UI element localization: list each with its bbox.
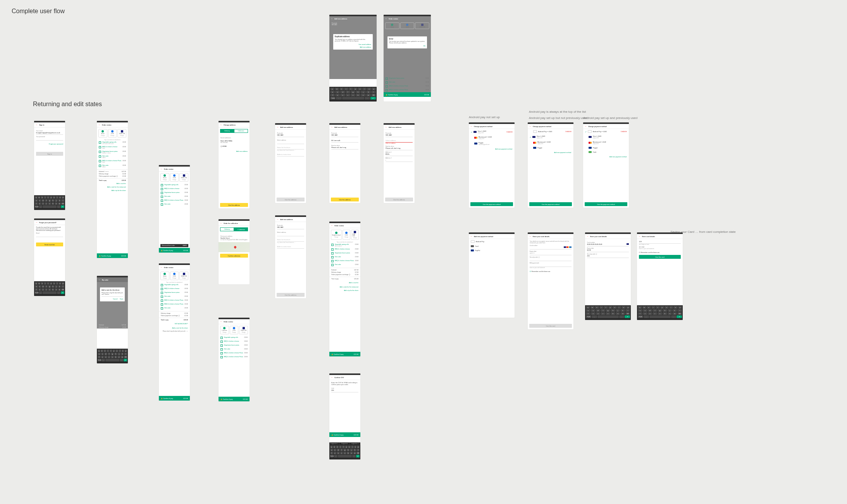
pm-ap[interactable]: Android Pay bbox=[469, 239, 515, 244]
use-pm-button[interactable]: Use this payment method bbox=[529, 202, 572, 206]
note-input[interactable]: Notes for the driver bbox=[277, 146, 304, 150]
use-address-button[interactable]: Use this address bbox=[331, 198, 359, 201]
cart-item[interactable]: 1Diet coke330ml£3.50 bbox=[97, 164, 128, 169]
use-pm-button[interactable]: Use this payment method bbox=[585, 202, 627, 206]
tab-delivery[interactable]: Delivery bbox=[220, 227, 234, 231]
email-input[interactable]: hungryhungry@hungryhouse.co.uk bbox=[36, 132, 63, 135]
pill-payment[interactable]: VISA 1234Change bbox=[351, 230, 359, 240]
note-input[interactable]: Please call, don't ring. bbox=[331, 146, 358, 150]
radio-home[interactable]: ⓘ HOME bbox=[220, 146, 248, 147]
delivery-toggle[interactable]: Delivery ✓ Collection bbox=[219, 226, 250, 233]
forgot-link[interactable]: Forgot your password bbox=[49, 143, 63, 145]
pill-address[interactable]: NeighbourhoodChange bbox=[331, 230, 342, 240]
cvv-input[interactable]: 299 bbox=[587, 255, 629, 258]
back-icon[interactable]: ← bbox=[220, 320, 222, 323]
keyboard[interactable]: qwertyuiop asdfghjkl ⇧zxcvbnm⌫ ?123, .↵ bbox=[329, 87, 377, 101]
pill-address[interactable]: HomeChange bbox=[98, 129, 107, 138]
ok-button[interactable]: OK bbox=[424, 45, 426, 47]
exp-input[interactable]: 02/20 bbox=[587, 249, 629, 252]
kb-row3[interactable]: ⇧zxcvbnm⌫ bbox=[35, 202, 64, 205]
map[interactable] bbox=[219, 242, 250, 252]
back-icon[interactable]: ← bbox=[331, 224, 333, 227]
back-icon[interactable]: ← bbox=[36, 124, 38, 126]
pc-input[interactable]: SE5 8AD bbox=[331, 134, 358, 137]
pm-mc[interactable]: Mastercard •• 4140expiry 4/20 bbox=[583, 140, 629, 146]
add-address-link[interactable]: Add new address bbox=[236, 151, 248, 152]
back-icon[interactable]: ← bbox=[220, 222, 222, 224]
tab-delivery[interactable]: Delivery bbox=[220, 129, 234, 133]
pill-collection[interactable]: CollectionChange bbox=[220, 326, 229, 334]
pm-ap[interactable]: Android Pay •• 4140CHANGE bbox=[528, 129, 573, 134]
exp-input[interactable]: MM/YY bbox=[530, 252, 572, 255]
back-icon[interactable]: ← bbox=[585, 125, 587, 127]
cart-item[interactable]: 1BBQ & chicken cheesePlain£3.50 bbox=[97, 145, 128, 150]
pm-mc[interactable]: Mastercard •• 4140expiry 4/20 bbox=[469, 135, 515, 141]
back-icon[interactable]: ← bbox=[220, 124, 222, 126]
send-reset-button[interactable]: Send reset link bbox=[36, 243, 63, 246]
pill-time[interactable]: 19:45Change bbox=[170, 272, 179, 280]
signin-button[interactable]: Sign in bbox=[36, 152, 63, 156]
note-link[interactable]: Add a note for the restaurant bbox=[107, 186, 126, 188]
email-input[interactable] bbox=[36, 234, 63, 237]
pc-input[interactable] bbox=[530, 264, 572, 267]
checkbox-icon[interactable]: ☑ bbox=[530, 271, 531, 272]
pill-payment[interactable]: VISA 1234Change bbox=[179, 272, 188, 280]
back-icon[interactable]: ← bbox=[470, 235, 473, 237]
pill-payment[interactable]: VISA 1234Change bbox=[179, 173, 188, 182]
pm-visa[interactable]: ✓Visa •• 4140expiry 2/18CHANGE bbox=[469, 129, 515, 135]
pill-time[interactable]: 19:45Change bbox=[170, 173, 179, 182]
keyboard[interactable]: qwertyuiop asdfghjkl ⇧zxcvbnm⌫ ?123, .↵ bbox=[97, 349, 128, 363]
back-icon[interactable]: ← bbox=[98, 124, 101, 126]
pm-card[interactable]: Card bbox=[469, 244, 515, 248]
pm-paypal[interactable]: Paypal bbox=[528, 146, 573, 150]
add-pm-link[interactable]: Add new payment method bbox=[495, 148, 512, 150]
keyboard[interactable]: qwertyuiop asdfghjkl ⇧zxcvbnm⌫ ?123, .↵ bbox=[34, 281, 65, 296]
pill-payment[interactable]: VISA 1234Change bbox=[117, 129, 126, 138]
back-icon[interactable]: ← bbox=[385, 17, 387, 20]
kb-row4[interactable]: ?123, .↵ bbox=[35, 205, 64, 208]
back-icon[interactable]: ← bbox=[385, 126, 387, 128]
instr-input[interactable]: Address instructions bbox=[277, 153, 304, 157]
confirm-bar[interactable]: 🔒 Confirm & pay£22.50 bbox=[219, 397, 250, 401]
addr-select[interactable]: 34 Lime walk bbox=[331, 139, 358, 143]
back-icon[interactable]: ← bbox=[277, 126, 279, 128]
back-icon[interactable]: ← bbox=[529, 235, 532, 237]
confirm-bar[interactable]: 🔒 Confirm & pay£22.50 bbox=[329, 352, 360, 356]
confirm-bar[interactable]: 🔒 Confirm & pay£22.50 bbox=[329, 432, 360, 437]
back-icon[interactable]: ← bbox=[331, 376, 333, 378]
pm-paypal[interactable]: Paypalmyname@gmail.com bbox=[469, 141, 515, 146]
back-icon[interactable]: ← bbox=[98, 279, 101, 281]
kb-row1[interactable]: qwertyuiop bbox=[35, 196, 64, 199]
use-saved-link[interactable]: Use saved address bbox=[358, 44, 371, 45]
kb-row2[interactable]: asdfghjkl bbox=[35, 199, 64, 202]
pm-visa[interactable]: ✓Visa •• 4140expiry 2/18 bbox=[528, 134, 573, 140]
back-icon[interactable]: ← bbox=[529, 125, 532, 127]
note-input[interactable]: Please call, don't ring. bbox=[386, 147, 413, 150]
undo-link[interactable]: UNDO bbox=[182, 245, 187, 246]
saved-note[interactable]: Please don't ring the door bell, just ca… bbox=[159, 330, 190, 333]
confirm-bar[interactable]: 🔒 Confirm & pay£22.50 bbox=[97, 253, 128, 258]
pm-ap[interactable]: ✓Android Pay •• 4140CHANGE bbox=[583, 129, 629, 134]
confirm-bar[interactable]: 🔒 Confirm & pay£22.50 bbox=[159, 396, 190, 401]
back-icon[interactable]: ← bbox=[587, 235, 589, 237]
cart-item[interactable]: 1Diet coke330ml£3.50 bbox=[97, 155, 128, 159]
use-card-button[interactable]: Use this card bbox=[639, 255, 681, 259]
note-text[interactable]: Please don't ring the door bell, just ca… bbox=[102, 292, 123, 297]
delivery-toggle[interactable]: Delivery Collection bbox=[219, 127, 250, 134]
confirm-bar[interactable]: 🔒 Confirm & pay£22.50 bbox=[159, 248, 190, 253]
back-icon[interactable]: ← bbox=[160, 266, 163, 268]
checkbox-icon[interactable]: ☐ bbox=[639, 252, 640, 253]
pc-input[interactable]: SE5 8AD bbox=[386, 134, 413, 137]
pc-input[interactable]: SE5 8AD bbox=[277, 134, 304, 137]
back-icon[interactable]: ← bbox=[639, 235, 641, 237]
pill-address[interactable]: HomeChange bbox=[160, 173, 169, 182]
card-num-input[interactable]: 4540 4540 4540 4540 bbox=[587, 243, 602, 245]
keyboard[interactable]: qwertyuiop asdfghjkl ⇧zxcvbnm⌫ ?123, .↵ bbox=[585, 305, 631, 320]
cvv-input[interactable] bbox=[530, 258, 572, 261]
pill-time[interactable]: 19:45Change bbox=[230, 326, 239, 334]
pm-cash[interactable]: Cash bbox=[583, 150, 629, 154]
use-pm-button[interactable]: Use this payment method bbox=[470, 202, 513, 206]
pm-mc[interactable]: Mastercard •• 4140expiry 4/20 bbox=[528, 140, 573, 146]
back-icon[interactable]: ← bbox=[160, 168, 163, 170]
keyboard[interactable]: Suggestion 1Suggestionsuggestion 2 qwert… bbox=[329, 442, 360, 459]
